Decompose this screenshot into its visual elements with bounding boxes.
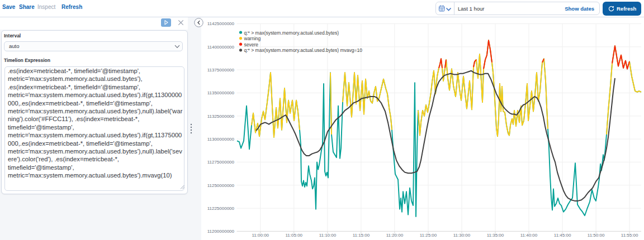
svg-text:11200000000: 11200000000 [207,229,235,234]
svg-text:11:15:00: 11:15:00 [353,233,370,238]
svg-text:11300000000: 11300000000 [207,137,235,142]
svg-text:11275000000: 11275000000 [207,160,235,165]
svg-text:11:00:00: 11:00:00 [252,233,269,238]
svg-text:11375000000: 11375000000 [207,68,235,73]
svg-text:11:50:00: 11:50:00 [588,233,605,238]
svg-text:11:55:00: 11:55:00 [621,233,638,238]
svg-text:warning: warning [244,36,261,41]
svg-text:11:35:00: 11:35:00 [487,233,504,238]
svg-text:severe: severe [244,42,259,47]
svg-text:11:30:00: 11:30:00 [453,233,471,238]
svg-text:11:45:00: 11:45:00 [554,233,571,238]
svg-text:11350000000: 11350000000 [207,90,235,95]
svg-text:q:* > max(system.memory.actual: q:* > max(system.memory.actual.used.byte… [244,30,339,36]
svg-text:11225000000: 11225000000 [207,206,235,211]
svg-text:11:40:00: 11:40:00 [520,233,538,238]
svg-text:11:25:00: 11:25:00 [420,233,437,238]
svg-text:11:10:00: 11:10:00 [319,233,337,238]
svg-text:11:20:00: 11:20:00 [386,233,404,238]
svg-text:11425000000: 11425000000 [207,21,235,26]
svg-text:11400000000: 11400000000 [207,45,235,50]
svg-text:11:05:00: 11:05:00 [286,233,303,238]
svg-text:11250000000: 11250000000 [207,183,235,188]
svg-text:11325000000: 11325000000 [207,114,235,119]
svg-text:q:* > max(system.memory.actual: q:* > max(system.memory.actual.used.byte… [244,47,363,53]
